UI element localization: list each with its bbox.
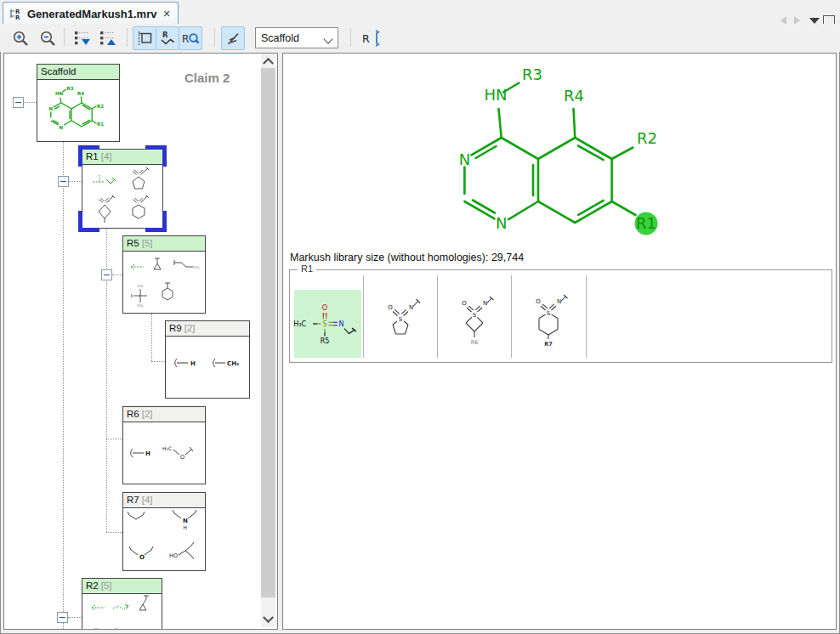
zoom-out-icon bbox=[38, 29, 57, 48]
zoom-in-button[interactable] bbox=[9, 26, 32, 50]
tree-node-r2[interactable]: R2[5] bbox=[82, 578, 162, 630]
svg-text:CH₃: CH₃ bbox=[137, 303, 144, 308]
svg-text:H₃C: H₃C bbox=[162, 445, 172, 451]
tabs-list-dropdown-icon[interactable] bbox=[809, 18, 820, 24]
svg-text:H: H bbox=[145, 450, 150, 457]
app-window: { "window": { "tab_title": "GeneratedMar… bbox=[0, 0, 840, 634]
expand-all-icon bbox=[72, 29, 91, 48]
svg-text:R: R bbox=[362, 32, 370, 45]
r2-thumbnails bbox=[82, 594, 162, 630]
tree-connector bbox=[68, 617, 82, 618]
groupbox-label: R1 bbox=[298, 263, 316, 274]
selection-corner bbox=[78, 211, 99, 232]
claim-title: Claim 2 bbox=[184, 71, 230, 85]
fit-panel-toggle[interactable] bbox=[133, 26, 156, 50]
r1-option-2[interactable] bbox=[364, 275, 437, 358]
svg-text:CH₃: CH₃ bbox=[227, 360, 239, 367]
hide-homology-toggle[interactable] bbox=[221, 26, 245, 50]
tree-node-r7[interactable]: R7[4] N H O HO bbox=[122, 492, 206, 571]
r9-thumbnails: H CH₃ bbox=[166, 337, 249, 399]
r1-option-4[interactable] bbox=[512, 275, 585, 358]
rgroup-display-toggle[interactable]: R bbox=[156, 26, 179, 50]
atom-label-hn: HN bbox=[485, 86, 508, 104]
tree-connector bbox=[106, 532, 122, 533]
tree-node-r5[interactable]: R5[5] CH₃ CH₃ CH₃ bbox=[122, 235, 206, 314]
tree-connector bbox=[24, 102, 37, 103]
tree-node-r9[interactable]: R9[2] H CH₃ bbox=[165, 320, 250, 399]
toolbar-separator bbox=[127, 28, 128, 47]
expand-all-button[interactable] bbox=[70, 26, 94, 50]
node-label: Scaffold bbox=[41, 66, 76, 76]
node-count: [5] bbox=[101, 580, 112, 591]
chevron-up-icon bbox=[263, 58, 274, 69]
toolbar-separator bbox=[214, 28, 215, 47]
toolbar-separator bbox=[350, 28, 351, 47]
r1-option-1[interactable] bbox=[290, 275, 363, 358]
tab-strip: R R GeneratedMarkush1.mrv ✕ bbox=[0, 0, 840, 25]
node-count: [2] bbox=[142, 409, 153, 419]
scrollbar-thumb[interactable] bbox=[261, 68, 275, 597]
zoom-out-button[interactable] bbox=[36, 26, 60, 50]
tab-close-icon[interactable]: ✕ bbox=[162, 8, 170, 20]
rgroup-bracket-button[interactable]: R bbox=[357, 26, 384, 50]
node-label: R7 bbox=[127, 495, 139, 505]
r5-thumbnails: CH₃ CH₃ CH₃ bbox=[123, 252, 205, 314]
r1-options-groupbox: R1 H₃C S O N R5 bbox=[289, 269, 832, 363]
tree-node-scaffold[interactable]: Scaffold HN R3 R4 R2 R1 N N bbox=[37, 64, 120, 142]
chevron-down-icon bbox=[323, 34, 332, 43]
r1-option-3[interactable] bbox=[438, 275, 511, 358]
rgroup-label-r3: R3 bbox=[522, 65, 542, 83]
expander-r2[interactable] bbox=[57, 612, 68, 623]
rgroup-query-toggle[interactable]: R bbox=[179, 26, 202, 50]
structure-view-panel: HN R3 R4 R2 N N R1 Markush library size … bbox=[282, 53, 837, 630]
fit-panel-icon bbox=[135, 29, 154, 48]
svg-text:N: N bbox=[60, 125, 64, 130]
scroll-down-button[interactable] bbox=[261, 613, 275, 627]
svg-text:CH₃: CH₃ bbox=[193, 265, 200, 269]
rq-search-icon: R bbox=[180, 29, 201, 48]
tree-node-r6[interactable]: R6[2] H H₃C O bbox=[122, 406, 206, 484]
tree-connector bbox=[151, 314, 152, 361]
selection-corner bbox=[145, 145, 167, 167]
atom-label-n: N bbox=[496, 214, 507, 232]
tree-connector bbox=[69, 181, 82, 182]
expander-scaffold[interactable] bbox=[13, 97, 24, 108]
scaffold-select[interactable]: Scaffold bbox=[255, 27, 338, 48]
expander-r1[interactable] bbox=[58, 176, 69, 187]
svg-text:R: R bbox=[182, 33, 189, 45]
selection-corner bbox=[78, 145, 99, 167]
tree-connector bbox=[112, 275, 122, 275]
rgroup-structure-icon: R bbox=[158, 29, 177, 48]
svg-text:CH₃: CH₃ bbox=[137, 284, 144, 288]
node-count: [2] bbox=[184, 323, 196, 333]
svg-text:HN: HN bbox=[55, 91, 64, 96]
svg-text:HO: HO bbox=[169, 552, 178, 559]
node-label: R2 bbox=[86, 580, 99, 591]
svg-text:R: R bbox=[162, 31, 168, 39]
scaffold-structure[interactable]: HN R3 R4 R2 N N R1 bbox=[417, 57, 673, 240]
svg-text:R4: R4 bbox=[77, 91, 84, 96]
node-count: [5] bbox=[142, 238, 153, 248]
document-tab[interactable]: R R GeneratedMarkush1.mrv ✕ bbox=[3, 2, 179, 25]
rgroup-label-r2: R2 bbox=[637, 129, 657, 147]
rgroup-bracket-icon: R bbox=[360, 29, 382, 48]
svg-text:R1: R1 bbox=[97, 122, 104, 127]
markush-tree-icon: R R bbox=[9, 7, 23, 21]
svg-text:N: N bbox=[48, 106, 53, 111]
tree-connector bbox=[106, 439, 122, 439]
scroll-up-button[interactable] bbox=[261, 54, 275, 68]
svg-text:O: O bbox=[180, 454, 184, 461]
collapse-all-button[interactable] bbox=[95, 26, 119, 50]
svg-text:N: N bbox=[183, 518, 188, 524]
cell-separator bbox=[586, 275, 587, 358]
atom-label-n: N bbox=[459, 150, 470, 168]
scaffold-select-value: Scaffold bbox=[261, 32, 299, 44]
expander-r5[interactable] bbox=[101, 269, 112, 280]
scaffold-thumbnail: HN R3 R4 R2 R1 N N bbox=[37, 80, 117, 142]
svg-text:R3: R3 bbox=[66, 86, 73, 91]
toolbar: R R Scaffold R bbox=[0, 24, 840, 52]
svg-text:R2: R2 bbox=[97, 104, 104, 109]
svg-text:H: H bbox=[184, 524, 188, 530]
tree-scrollbar[interactable] bbox=[261, 54, 275, 627]
tree-node-r1[interactable]: R1[4] bbox=[82, 149, 163, 229]
